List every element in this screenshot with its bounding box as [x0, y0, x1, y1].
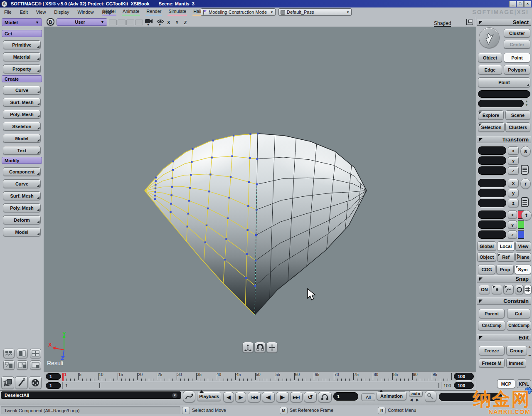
range-left-handle[interactable] [99, 383, 100, 388]
range-start-field[interactable]: 1 [46, 382, 61, 389]
get-property-button[interactable]: Property [3, 64, 41, 73]
scene-button[interactable]: Scene [505, 110, 530, 120]
snap-panel-header[interactable]: Snap [477, 275, 531, 282]
scale-z-axis-button[interactable]: z [508, 166, 519, 175]
restore-button[interactable]: □ [517, 1, 524, 7]
modify-model-button[interactable]: Model [3, 228, 41, 236]
selection-filter-field[interactable] [478, 100, 524, 107]
freeze-m-button[interactable]: Freeze M [479, 358, 505, 368]
chldcomp-button[interactable]: ChldComp [507, 321, 531, 330]
snap-toggle-button[interactable] [254, 342, 266, 353]
filter-edge-button[interactable]: Edge [478, 65, 502, 74]
modify-curve-button[interactable]: Curve [3, 179, 41, 188]
pass-dropdown[interactable]: Default_Pass ▼ [278, 8, 352, 16]
timeline-end-field[interactable]: 100 [454, 373, 474, 380]
module-selector[interactable]: Model ▼ [2, 18, 42, 26]
get-material-button[interactable]: Material [3, 52, 41, 61]
rotate-y-axis-button[interactable]: y [508, 189, 519, 197]
command-dropdown[interactable]: DeselectAll ▼ [1, 391, 181, 399]
sym-button[interactable]: Sym [515, 265, 531, 274]
loop-button[interactable]: ↺ [304, 392, 317, 402]
mode-object-button[interactable]: Object [477, 253, 496, 262]
mode-global-button[interactable]: Global [477, 241, 496, 251]
translate-z-axis-button[interactable]: z [508, 230, 517, 239]
create-curve-button[interactable]: Curve [3, 86, 41, 94]
scale-options-icon[interactable] [521, 165, 529, 175]
mode-local-button[interactable]: Local [497, 241, 515, 251]
menu-view[interactable]: View [35, 9, 47, 15]
audio-button[interactable] [318, 392, 332, 402]
camera-menu-button[interactable]: ▼ [145, 18, 153, 27]
playback-menu-button[interactable]: Playback [197, 392, 221, 401]
construction-mode-dropdown[interactable]: Modeling Construction Mode ▼ [201, 8, 276, 16]
range-slider[interactable]: 1 [62, 382, 441, 389]
timeline-start-field[interactable]: 1 [46, 373, 61, 380]
range-end-field[interactable]: 100 [454, 382, 474, 389]
edit-plus-button[interactable]: + [527, 344, 532, 349]
rotate-tool-button[interactable]: r [520, 178, 531, 189]
translate-y-field[interactable] [478, 220, 506, 229]
spinner-arrows[interactable]: ▲▼ [525, 99, 528, 107]
immed-button[interactable]: Immed [506, 358, 526, 368]
snap-curve-button[interactable] [503, 285, 514, 294]
translate-x-axis-button[interactable]: x [508, 210, 517, 219]
selection-text-field[interactable] [478, 90, 530, 98]
group-button[interactable]: Group [506, 346, 527, 355]
create-surf-mesh-button[interactable]: Surf. Mesh [3, 98, 41, 106]
menu-simulate-module[interactable]: Simulate [167, 8, 187, 16]
viewport-b-button[interactable]: B [47, 18, 54, 26]
freeze-button[interactable]: Freeze [479, 346, 505, 355]
rotate-x-field[interactable] [478, 179, 506, 187]
menu-render-module[interactable]: Render [145, 8, 162, 16]
center-button[interactable]: Center [504, 40, 530, 49]
rotate-x-axis-button[interactable]: x [508, 179, 519, 187]
go-first-button[interactable]: |◀◀ [248, 392, 261, 402]
display-mode-dropdown[interactable]: Shaded ▼ [434, 19, 451, 27]
frame-back-button[interactable]: ◀ [223, 392, 234, 402]
menu-animate-module[interactable]: Animate [122, 8, 140, 16]
rotate-z-field[interactable] [478, 199, 506, 207]
cnscomp-button[interactable]: CnsComp [478, 321, 505, 330]
select-panel-header[interactable]: Select [477, 19, 531, 26]
parent-button[interactable]: Parent [479, 309, 505, 318]
rotate-options-icon[interactable] [521, 197, 529, 207]
cog-button[interactable]: COG [478, 265, 495, 274]
mode-view-button[interactable]: View [515, 241, 531, 251]
scale-x-field[interactable] [478, 146, 506, 155]
resize-viewport-icon[interactable] [466, 19, 473, 25]
script-button[interactable] [183, 391, 195, 402]
animation-menu-button[interactable]: Animation [377, 391, 406, 400]
transform-panel-header[interactable]: Transform [477, 136, 531, 143]
layout-f-button[interactable] [30, 360, 41, 370]
get-primitive-button[interactable]: Primitive [3, 40, 41, 49]
menu-display[interactable]: Display [53, 9, 70, 15]
selection-mode-dropdown[interactable]: Point [478, 77, 530, 87]
cut-button[interactable]: Cut [507, 309, 530, 318]
play-backward-button[interactable]: ◀ [262, 392, 275, 402]
mode-plane-button[interactable]: Plane [515, 253, 531, 262]
viewport-canvas[interactable]: Y X Z Result [44, 27, 476, 371]
snap-on-button[interactable]: ON [479, 285, 490, 294]
minimize-button[interactable]: _ [509, 1, 516, 7]
modify-poly-mesh-button[interactable]: Poly. Mesh [3, 203, 41, 212]
filter-point-button[interactable]: Point [504, 53, 530, 62]
create-skeleton-button[interactable]: Skeleton [3, 122, 41, 131]
palette-button[interactable] [29, 376, 42, 389]
views-button[interactable] [1, 376, 14, 389]
go-last-button[interactable]: ▶▶| [290, 392, 303, 402]
current-frame-field[interactable]: 1 [333, 392, 358, 401]
select-tool-button[interactable] [479, 27, 500, 48]
translate-tool-button[interactable]: t [521, 210, 532, 220]
scale-x-axis-button[interactable]: x [508, 146, 519, 155]
view-type-dropdown[interactable]: User ▼ [57, 18, 107, 26]
selection-button[interactable]: Selection [478, 122, 505, 132]
memo-cam-slot-3[interactable] [126, 20, 134, 25]
explore-button[interactable]: Explore [478, 110, 504, 120]
all-button[interactable]: All [361, 393, 375, 401]
layout-e-button[interactable] [17, 360, 28, 370]
axis-toggle-buttons[interactable]: X Y Z [167, 20, 189, 25]
range-right-handle[interactable] [438, 383, 439, 388]
rotate-z-axis-button[interactable]: z [508, 199, 519, 207]
tool-button[interactable] [15, 376, 28, 389]
prop-button[interactable]: Prop [496, 265, 514, 274]
